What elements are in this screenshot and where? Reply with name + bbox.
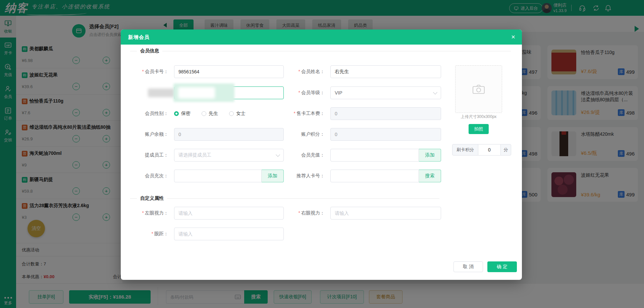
swipe-points-input[interactable]: 0 [478, 144, 500, 156]
gender-field: 会员性别： 保密 先生 女士 [127, 107, 284, 120]
radio-secret[interactable]: 保密 [174, 111, 191, 117]
recharge-field: 会员充值： 添加 [265, 149, 441, 162]
recharge-input[interactable] [330, 149, 419, 162]
right-vision-field: *右眼视力： [265, 207, 441, 220]
swipe-points-group: 刷卡积分 0 分 [452, 144, 511, 156]
swipe-points-label: 刷卡积分 [452, 144, 478, 156]
swipe-points-unit: 分 [500, 144, 511, 156]
member-level-field: *会员等级： VIP [265, 86, 441, 99]
chevron-down-icon [433, 90, 437, 95]
photo-upload-box[interactable] [455, 65, 502, 113]
camera-icon [472, 83, 485, 95]
radio-selected-icon [174, 111, 179, 116]
staff-field: 提成员工： 请选择提成员工 [127, 149, 284, 162]
redacted-phone-field [127, 86, 284, 99]
card-fee-input [330, 107, 441, 120]
take-photo-button[interactable]: 拍照 [469, 124, 489, 134]
eye-distance-input[interactable] [174, 228, 284, 240]
left-vision-field: *左眼视力： [127, 207, 284, 220]
member-card-field: *会员卡号： [127, 65, 284, 78]
right-vision-input[interactable] [330, 207, 441, 220]
close-icon[interactable]: × [511, 33, 515, 41]
times-input[interactable] [174, 170, 262, 182]
recharge-add-button[interactable]: 添加 [419, 149, 441, 162]
radio-mr[interactable]: 先生 [202, 111, 218, 117]
radio-icon [202, 111, 206, 116]
points-field: 账户积分： [265, 128, 441, 141]
photo-size-hint: 上传尺寸300x300px [445, 114, 512, 120]
add-member-modal: 新增会员 × 会员信息 *会员卡号： *会员姓名： *会员等级： VIP 会员性… [121, 29, 522, 280]
card-fee-field: *售卡工本费： [265, 107, 441, 120]
section-custom-attrs: 自定义属性 [130, 196, 439, 201]
confirm-button[interactable]: 确 定 [487, 261, 517, 272]
redacted-value-blur-inner [178, 87, 215, 99]
member-level-select[interactable]: VIP [330, 86, 441, 99]
radio-icon [229, 111, 234, 116]
eye-distance-field: *眼距： [127, 228, 284, 240]
balance-field: 账户余额： [127, 128, 284, 141]
points-input [330, 128, 441, 141]
modal-title: 新增会员 [128, 34, 150, 41]
referrer-input[interactable] [330, 170, 419, 182]
member-name-input[interactable] [330, 65, 441, 78]
referrer-field: 推荐人卡号： 搜索 [265, 170, 441, 182]
member-name-field: *会员姓名： [265, 65, 441, 78]
referrer-search-button[interactable]: 搜索 [419, 170, 441, 182]
times-field: 会员充次： 添加 [127, 170, 284, 182]
modal-header: 新增会员 × [121, 29, 522, 45]
cancel-button[interactable]: 取 消 [453, 261, 483, 272]
section-member-info: 会员信息 [130, 48, 511, 54]
radio-ms[interactable]: 女士 [229, 111, 246, 117]
redacted-label-blur [148, 88, 175, 97]
